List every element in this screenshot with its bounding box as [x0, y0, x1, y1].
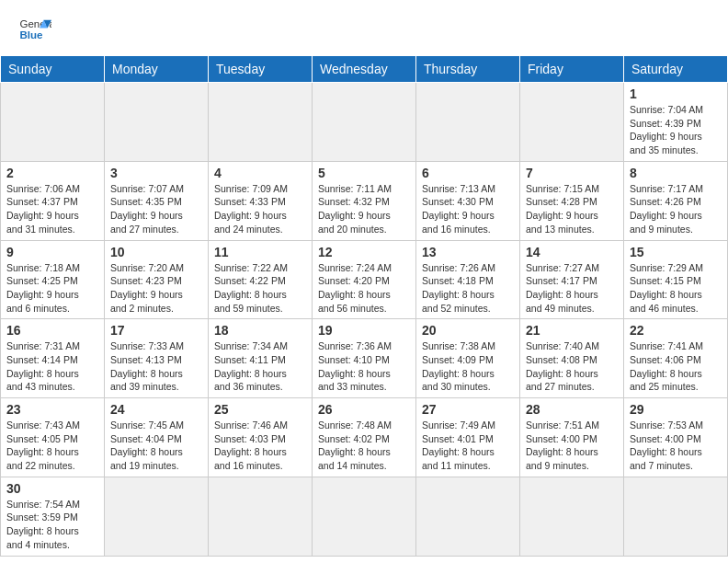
calendar-cell: 3Sunrise: 7:07 AM Sunset: 4:35 PM Daylig… — [105, 161, 209, 240]
calendar-week-4: 16Sunrise: 7:31 AM Sunset: 4:14 PM Dayli… — [1, 319, 728, 398]
day-number: 26 — [318, 402, 410, 417]
calendar-cell — [416, 477, 520, 556]
weekday-header-wednesday: Wednesday — [313, 56, 416, 83]
day-number: 30 — [6, 481, 98, 496]
calendar-cell: 22Sunrise: 7:41 AM Sunset: 4:06 PM Dayli… — [624, 319, 728, 398]
calendar-body: 1Sunrise: 7:04 AM Sunset: 4:39 PM Daylig… — [1, 83, 728, 557]
calendar-cell: 6Sunrise: 7:13 AM Sunset: 4:30 PM Daylig… — [416, 161, 520, 240]
calendar-cell: 18Sunrise: 7:34 AM Sunset: 4:11 PM Dayli… — [209, 319, 313, 398]
day-info: Sunrise: 7:33 AM Sunset: 4:13 PM Dayligh… — [110, 339, 202, 394]
svg-text:Blue: Blue — [19, 29, 43, 40]
day-info: Sunrise: 7:45 AM Sunset: 4:04 PM Dayligh… — [110, 419, 202, 473]
day-info: Sunrise: 7:54 AM Sunset: 3:59 PM Dayligh… — [6, 498, 98, 552]
weekday-header-sunday: Sunday — [1, 56, 105, 83]
day-number: 21 — [526, 323, 618, 338]
calendar-cell: 29Sunrise: 7:53 AM Sunset: 4:00 PM Dayli… — [624, 398, 728, 477]
calendar-cell: 5Sunrise: 7:11 AM Sunset: 4:32 PM Daylig… — [313, 161, 416, 240]
calendar-cell: 9Sunrise: 7:18 AM Sunset: 4:25 PM Daylig… — [1, 240, 105, 319]
calendar-cell: 12Sunrise: 7:24 AM Sunset: 4:20 PM Dayli… — [313, 240, 416, 319]
calendar-cell — [313, 477, 416, 556]
day-info: Sunrise: 7:31 AM Sunset: 4:14 PM Dayligh… — [6, 339, 98, 394]
weekday-header-row: SundayMondayTuesdayWednesdayThursdayFrid… — [1, 56, 728, 83]
calendar-cell: 19Sunrise: 7:36 AM Sunset: 4:10 PM Dayli… — [313, 319, 416, 398]
logo-icon: General Blue — [18, 15, 51, 48]
day-number: 18 — [214, 323, 306, 338]
calendar-week-6: 30Sunrise: 7:54 AM Sunset: 3:59 PM Dayli… — [1, 477, 728, 556]
day-number: 2 — [6, 166, 98, 180]
day-number: 7 — [526, 166, 618, 180]
calendar-cell: 1Sunrise: 7:04 AM Sunset: 4:39 PM Daylig… — [624, 83, 728, 162]
day-number: 23 — [6, 402, 98, 417]
calendar-cell: 8Sunrise: 7:17 AM Sunset: 4:26 PM Daylig… — [624, 161, 728, 240]
day-number: 10 — [110, 245, 202, 259]
calendar-cell — [1, 83, 105, 162]
day-number: 4 — [214, 166, 306, 180]
page-header: General Blue — [0, 0, 728, 55]
calendar-cell: 16Sunrise: 7:31 AM Sunset: 4:14 PM Dayli… — [1, 319, 105, 398]
calendar-cell: 11Sunrise: 7:22 AM Sunset: 4:22 PM Dayli… — [209, 240, 313, 319]
calendar-cell: 20Sunrise: 7:38 AM Sunset: 4:09 PM Dayli… — [416, 319, 520, 398]
calendar-cell: 21Sunrise: 7:40 AM Sunset: 4:08 PM Dayli… — [520, 319, 624, 398]
day-number: 8 — [630, 166, 722, 180]
day-info: Sunrise: 7:06 AM Sunset: 4:37 PM Dayligh… — [6, 182, 98, 236]
calendar-cell — [209, 477, 313, 556]
day-info: Sunrise: 7:27 AM Sunset: 4:17 PM Dayligh… — [526, 261, 618, 316]
calendar: SundayMondayTuesdayWednesdayThursdayFrid… — [0, 55, 728, 557]
calendar-cell — [209, 83, 313, 162]
day-number: 24 — [110, 402, 202, 417]
calendar-cell: 13Sunrise: 7:26 AM Sunset: 4:18 PM Dayli… — [416, 240, 520, 319]
day-number: 25 — [214, 402, 306, 417]
calendar-week-2: 2Sunrise: 7:06 AM Sunset: 4:37 PM Daylig… — [1, 161, 728, 240]
day-number: 17 — [110, 323, 202, 338]
day-number: 11 — [214, 245, 306, 259]
calendar-cell: 26Sunrise: 7:48 AM Sunset: 4:02 PM Dayli… — [313, 398, 416, 477]
calendar-cell: 2Sunrise: 7:06 AM Sunset: 4:37 PM Daylig… — [1, 161, 105, 240]
day-number: 15 — [630, 245, 722, 259]
weekday-header-monday: Monday — [105, 56, 209, 83]
weekday-header-tuesday: Tuesday — [209, 56, 313, 83]
calendar-cell: 10Sunrise: 7:20 AM Sunset: 4:23 PM Dayli… — [105, 240, 209, 319]
day-number: 9 — [6, 245, 98, 259]
day-number: 16 — [6, 323, 98, 338]
day-number: 19 — [318, 323, 410, 338]
calendar-cell — [520, 477, 624, 556]
day-info: Sunrise: 7:46 AM Sunset: 4:03 PM Dayligh… — [214, 419, 306, 473]
logo: General Blue — [18, 15, 51, 48]
day-info: Sunrise: 7:51 AM Sunset: 4:00 PM Dayligh… — [526, 419, 618, 473]
day-number: 14 — [526, 245, 618, 259]
day-number: 27 — [422, 402, 514, 417]
calendar-cell: 17Sunrise: 7:33 AM Sunset: 4:13 PM Dayli… — [105, 319, 209, 398]
calendar-week-3: 9Sunrise: 7:18 AM Sunset: 4:25 PM Daylig… — [1, 240, 728, 319]
day-number: 6 — [422, 166, 514, 180]
weekday-header-friday: Friday — [520, 56, 624, 83]
calendar-cell: 28Sunrise: 7:51 AM Sunset: 4:00 PM Dayli… — [520, 398, 624, 477]
day-info: Sunrise: 7:29 AM Sunset: 4:15 PM Dayligh… — [630, 261, 722, 316]
calendar-cell: 24Sunrise: 7:45 AM Sunset: 4:04 PM Dayli… — [105, 398, 209, 477]
calendar-cell: 14Sunrise: 7:27 AM Sunset: 4:17 PM Dayli… — [520, 240, 624, 319]
day-number: 29 — [630, 402, 722, 417]
day-info: Sunrise: 7:41 AM Sunset: 4:06 PM Dayligh… — [630, 339, 722, 394]
day-info: Sunrise: 7:48 AM Sunset: 4:02 PM Dayligh… — [318, 419, 410, 473]
calendar-cell — [624, 477, 728, 556]
day-info: Sunrise: 7:38 AM Sunset: 4:09 PM Dayligh… — [422, 339, 514, 394]
calendar-cell: 30Sunrise: 7:54 AM Sunset: 3:59 PM Dayli… — [1, 477, 105, 556]
day-info: Sunrise: 7:49 AM Sunset: 4:01 PM Dayligh… — [422, 419, 514, 473]
day-number: 20 — [422, 323, 514, 338]
day-number: 12 — [318, 245, 410, 259]
day-number: 5 — [318, 166, 410, 180]
calendar-cell — [313, 83, 416, 162]
calendar-cell: 15Sunrise: 7:29 AM Sunset: 4:15 PM Dayli… — [624, 240, 728, 319]
day-info: Sunrise: 7:20 AM Sunset: 4:23 PM Dayligh… — [110, 261, 202, 316]
day-info: Sunrise: 7:24 AM Sunset: 4:20 PM Dayligh… — [318, 261, 410, 316]
day-info: Sunrise: 7:09 AM Sunset: 4:33 PM Dayligh… — [214, 182, 306, 236]
day-info: Sunrise: 7:22 AM Sunset: 4:22 PM Dayligh… — [214, 261, 306, 316]
weekday-header-saturday: Saturday — [624, 56, 728, 83]
day-info: Sunrise: 7:53 AM Sunset: 4:00 PM Dayligh… — [630, 419, 722, 473]
day-info: Sunrise: 7:17 AM Sunset: 4:26 PM Dayligh… — [630, 182, 722, 236]
day-info: Sunrise: 7:13 AM Sunset: 4:30 PM Dayligh… — [422, 182, 514, 236]
calendar-week-5: 23Sunrise: 7:43 AM Sunset: 4:05 PM Dayli… — [1, 398, 728, 477]
day-info: Sunrise: 7:43 AM Sunset: 4:05 PM Dayligh… — [6, 419, 98, 473]
day-info: Sunrise: 7:36 AM Sunset: 4:10 PM Dayligh… — [318, 339, 410, 394]
day-number: 13 — [422, 245, 514, 259]
calendar-cell — [105, 83, 209, 162]
